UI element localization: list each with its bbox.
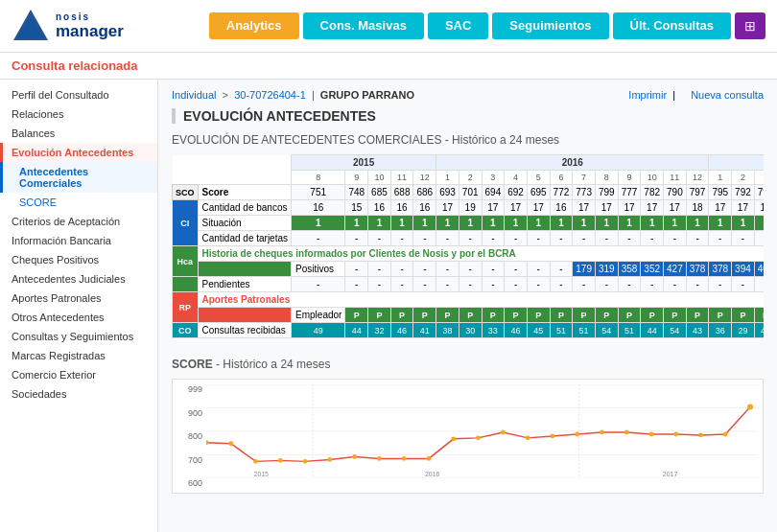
tab-seguimientos[interactable]: Seguimientos	[492, 12, 608, 39]
chart-y-labels: 999 900 800 700 600	[173, 380, 206, 493]
svg-point-13	[228, 441, 233, 446]
sidebar-item-balances[interactable]: Balances	[0, 124, 157, 143]
logo: nosis manager	[12, 8, 124, 44]
breadcrumb-id: 30-70726404-1	[234, 89, 306, 101]
tag-hca-2	[198, 262, 292, 277]
logo-nosis: nosis	[56, 12, 124, 22]
sidebar-item-antecedentes-comerciales[interactable]: Antecedentes Comerciales	[0, 162, 157, 193]
new-query-link[interactable]: Nueva consulta	[691, 89, 764, 101]
tag-rp: RP	[173, 292, 199, 323]
tab-analytics[interactable]: Analytics	[209, 12, 299, 39]
sidebar-item-score[interactable]: SCORE	[0, 193, 157, 212]
breadcrumb-type: Individual	[172, 89, 216, 101]
table-container: 2015 2016 2017 89101112 123456789101112 …	[172, 154, 764, 350]
main-layout: Perfil del Consultado Relaciones Balance…	[0, 80, 777, 532]
sidebar-item-perfil[interactable]: Perfil del Consultado	[0, 85, 157, 104]
svg-point-31	[673, 431, 678, 436]
tag-ci: CI	[173, 200, 199, 246]
svg-point-14	[253, 459, 258, 464]
svg-point-12	[206, 440, 208, 445]
table-row-bancos: CI Cantidad de bancos 1615161616 1719171…	[173, 200, 765, 216]
sidebar: Perfil del Consultado Relaciones Balance…	[0, 80, 158, 532]
sidebar-item-sociedades[interactable]: Sociedades	[0, 384, 157, 404]
sidebar-item-cheques-positivos[interactable]: Cheques Positivos	[0, 250, 157, 269]
svg-text:2015: 2015	[254, 471, 270, 477]
svg-point-24	[501, 430, 506, 435]
breadcrumb: Individual > 30-70726404-1 | GRUPO PARRA…	[172, 89, 414, 101]
svg-point-22	[451, 436, 456, 441]
sidebar-item-criterios[interactable]: Criterios de Aceptación	[0, 212, 157, 231]
svg-point-20	[402, 456, 407, 461]
page-title: Consulta relacionada	[0, 53, 777, 80]
score-chart: 999 900 800 700 600	[172, 379, 764, 494]
tab-cons-masivas[interactable]: Cons. Masivas	[303, 12, 424, 39]
svg-point-32	[698, 432, 703, 437]
svg-point-18	[352, 454, 357, 459]
svg-point-25	[526, 435, 530, 440]
svg-point-21	[427, 456, 432, 461]
svg-point-28	[600, 430, 604, 435]
chart-svg: 2015 2016 2017	[206, 384, 758, 478]
sidebar-item-marcas[interactable]: Marcas Registradas	[0, 346, 157, 365]
svg-point-26	[550, 433, 554, 438]
content: Individual > 30-70726404-1 | GRUPO PARRA…	[158, 80, 777, 532]
print-link[interactable]: Imprimir	[628, 89, 667, 101]
score-chart-title: SCORE - Histórico a 24 meses	[172, 358, 764, 371]
sidebar-item-aportes-patronales[interactable]: Aportes Patronales	[0, 289, 157, 308]
breadcrumb-bar: Individual > 30-70726404-1 | GRUPO PARRA…	[172, 89, 764, 101]
sidebar-item-comercio[interactable]: Comercio Exterior	[0, 365, 157, 384]
svg-point-19	[377, 456, 382, 461]
svg-point-29	[624, 430, 629, 435]
svg-text:2016: 2016	[425, 471, 440, 477]
svg-point-27	[575, 431, 579, 436]
svg-point-34	[747, 405, 753, 410]
svg-point-17	[327, 457, 332, 462]
tag-co: CO	[173, 323, 199, 338]
table-row-empleador: Empleador PPPPP PPPPPPPPPPPP PPPPPP	[173, 308, 765, 323]
header: nosis manager Analytics Cons. Masivas SA…	[0, 0, 777, 53]
breadcrumb-actions: Imprimir | Nueva consulta	[619, 89, 764, 101]
subsection-title: EVOLUCIÓN DE ANTECEDENTES COMERCIALES - …	[172, 133, 764, 147]
table-row-pendientes: Pendientes ----- ------------ ----368376	[173, 277, 765, 292]
tab-sac[interactable]: SAC	[428, 12, 488, 39]
svg-point-30	[648, 431, 653, 436]
table-row-rp-header: RP Aportes Patronales	[173, 292, 765, 308]
score-section: SCORE - Histórico a 24 meses 999 900 800…	[172, 358, 764, 494]
section-title: EVOLUCIÓN ANTECEDENTES	[172, 108, 764, 124]
antecedentes-table: 2015 2016 2017 89101112 123456789101112 …	[172, 154, 764, 338]
tab-ult-consultas[interactable]: Últ. Consultas	[613, 12, 731, 39]
svg-point-33	[723, 431, 728, 436]
tag-hca: Hca	[173, 246, 199, 277]
svg-text:2017: 2017	[663, 471, 678, 477]
sidebar-item-relaciones[interactable]: Relaciones	[0, 104, 157, 124]
sidebar-item-antecedentes-judiciales[interactable]: Antecedentes Judiciales	[0, 269, 157, 289]
table-row-situacion: Situación 11111 111111111111 111111	[173, 216, 765, 231]
table-row-tarjetas: Cantidad de tarjetas ----- ------------ …	[173, 231, 765, 246]
table-row-consultas: CO Consultas recibidas 4944324641 383033…	[173, 323, 765, 338]
sidebar-item-evolucion[interactable]: Evolución Antecedentes	[0, 143, 157, 162]
breadcrumb-name: GRUPO PARRANO	[320, 89, 414, 101]
svg-point-15	[278, 458, 283, 463]
tag-sco: SCO	[173, 185, 199, 200]
logo-manager: manager	[56, 22, 124, 41]
table-row-hca-header: Hca Historia de cheques informados por C…	[173, 246, 765, 262]
sidebar-item-consultas-seg[interactable]: Consultas y Seguimientos	[0, 327, 157, 346]
sidebar-item-otros[interactable]: Otros Antecedentes	[0, 308, 157, 327]
sidebar-item-info-bancaria[interactable]: Información Bancaria	[0, 231, 157, 250]
table-row-positivos: Positivos ----- -----1793193583524273783…	[173, 262, 765, 277]
grid-menu-button[interactable]: ⊞	[735, 12, 765, 39]
chart-area: 2015 2016 2017	[206, 384, 758, 478]
nav-tabs: Analytics Cons. Masivas SAC Seguimientos…	[209, 12, 765, 39]
grid-icon: ⊞	[744, 18, 756, 34]
svg-point-16	[303, 459, 308, 464]
table-row-score: SCO Score 751748685688686 69370169469269…	[173, 185, 765, 200]
svg-point-23	[476, 435, 481, 440]
